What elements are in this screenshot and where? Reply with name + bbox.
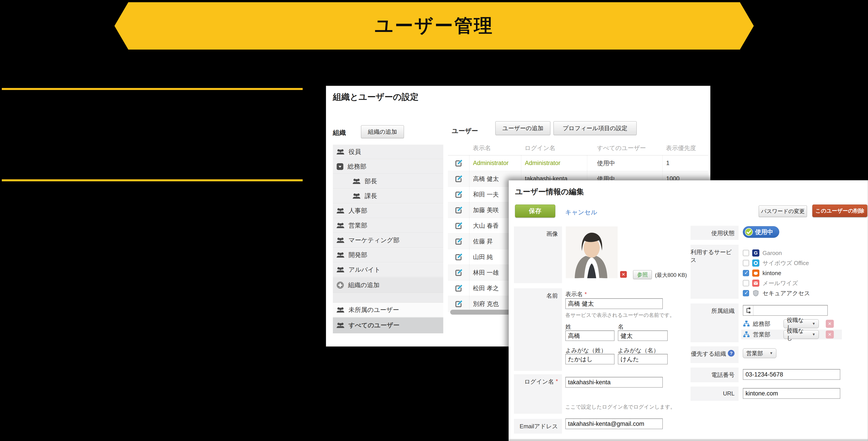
photo-max-size-note: (最大800 KB) <box>655 272 687 279</box>
save-button[interactable]: 保存 <box>515 205 555 217</box>
col-all-users: すべてのユーザー <box>587 141 662 155</box>
add-user-button[interactable]: ユーザーの追加 <box>495 121 550 135</box>
kana-first-input[interactable] <box>618 354 668 364</box>
kintone-icon <box>752 270 760 277</box>
org-item-bucho[interactable]: 部長 <box>333 174 443 189</box>
edit-user-icon[interactable] <box>455 268 463 277</box>
col-display-name: 表示名 <box>469 141 521 155</box>
email-input[interactable] <box>565 418 663 429</box>
org-item-label: アルバイト <box>348 266 380 274</box>
help-icon[interactable]: ? <box>728 350 735 357</box>
phone-input[interactable] <box>743 369 840 380</box>
org-item-soumu[interactable]: 総務部 <box>333 159 443 174</box>
org-item-kaihatsu[interactable]: 開発部 <box>333 248 443 262</box>
edit-user-icon[interactable] <box>455 222 463 230</box>
display-name-input[interactable] <box>565 298 663 309</box>
profile-photo <box>566 227 618 278</box>
last-name-input[interactable] <box>565 331 615 341</box>
people-icon <box>336 208 344 214</box>
org-item-label: 人事部 <box>348 207 367 215</box>
people-icon <box>336 267 344 273</box>
collapse-toggle-icon[interactable] <box>336 163 344 170</box>
org-item-marketing[interactable]: マーケティング部 <box>333 233 443 248</box>
services-field-label: 利用するサービス <box>690 245 739 299</box>
add-org-list-item[interactable]: 組織の追加 <box>333 277 443 293</box>
edit-user-icon[interactable] <box>455 284 463 293</box>
first-name-label: 名 <box>618 323 624 331</box>
status-badge: 使用中 <box>743 226 779 238</box>
org-item-label: 未所属のユーザー <box>348 306 399 314</box>
garoon-checkbox[interactable] <box>743 250 749 256</box>
secure-access-checkbox[interactable] <box>743 290 749 296</box>
role-dropdown[interactable]: 役職なし <box>783 330 819 339</box>
org-item-label: すべてのユーザー <box>348 321 400 330</box>
user-display-name[interactable]: Administrator <box>469 156 521 171</box>
remove-org-button[interactable] <box>826 331 834 339</box>
people-icon <box>336 223 344 229</box>
user-table-header: 表示名 ログイン名 すべてのユーザー 表示優先度 <box>448 141 708 156</box>
org-section-label: 組織 <box>333 128 346 137</box>
org-item-label: 組織の追加 <box>348 281 379 290</box>
delete-user-button[interactable]: このユーザーの削除 <box>812 205 867 217</box>
priority-org-field-label: 優先する組織? <box>690 346 739 363</box>
last-name-label: 姓 <box>565 323 571 331</box>
profile-items-settings-button[interactable]: プロフィール項目の設定 <box>554 121 637 135</box>
service-row-mailwise: メールワイズ <box>743 279 798 287</box>
org-item-label: 課長 <box>365 192 377 200</box>
people-icon <box>336 237 344 243</box>
office-checkbox[interactable] <box>743 260 749 266</box>
change-password-button[interactable]: パスワードの変更 <box>759 205 807 217</box>
user-login-name: Administrator <box>521 156 587 171</box>
org-item-eigyo[interactable]: 営業部 <box>333 218 443 233</box>
org-item-label: 役員 <box>348 147 361 156</box>
edit-user-icon[interactable] <box>455 300 463 308</box>
edit-user-icon[interactable] <box>455 206 463 214</box>
org-membership-field-label: 所属組織 <box>690 303 739 342</box>
user-edit-dialog: ユーザー情報の編集 保存 キャンセル パスワードの変更 このユーザーの削除 画像… <box>508 180 868 441</box>
col-priority: 表示優先度 <box>662 141 708 155</box>
first-name-input[interactable] <box>618 331 668 341</box>
edit-user-icon[interactable] <box>455 253 463 261</box>
divider-line-bottom <box>2 179 303 181</box>
login-name-help: ここで設定したログイン名でログインします。 <box>565 404 675 410</box>
secure-access-shield-icon <box>752 290 760 297</box>
remove-org-button[interactable] <box>826 320 834 328</box>
phone-field-label: 電話番号 <box>690 368 739 382</box>
status-field-label: 使用状態 <box>690 226 739 240</box>
priority-org-dropdown[interactable]: 営業部 <box>743 348 776 358</box>
service-row-garoon: G Garoon <box>743 248 782 258</box>
add-org-button[interactable]: 組織の追加 <box>361 125 404 138</box>
org-chart-icon <box>743 331 750 338</box>
login-field-label: ログイン名 <box>514 374 562 414</box>
org-item-arbeit[interactable]: アルバイト <box>333 262 443 277</box>
dialog-bottom-strip <box>509 439 868 441</box>
browse-photo-button[interactable]: 参照 <box>633 270 652 279</box>
org-item-jinji[interactable]: 人事部 <box>333 203 443 218</box>
org-item-all-users[interactable]: すべてのユーザー <box>333 317 443 333</box>
edit-user-icon[interactable] <box>455 237 463 246</box>
org-picker-input[interactable] <box>743 305 828 316</box>
org-tree-picker-icon[interactable] <box>743 305 753 315</box>
edit-user-icon[interactable] <box>455 175 463 183</box>
org-item-label: 営業部 <box>348 221 367 230</box>
table-row: Administrator Administrator 使用中 1 <box>448 156 708 171</box>
edit-user-icon[interactable] <box>455 190 463 199</box>
edit-user-icon[interactable] <box>455 159 463 167</box>
org-item-label: 開発部 <box>348 251 367 259</box>
org-item-kacho[interactable]: 課長 <box>333 189 443 203</box>
role-dropdown[interactable]: 役職なし <box>783 319 819 328</box>
remove-photo-button[interactable] <box>620 271 627 278</box>
cancel-link[interactable]: キャンセル <box>565 208 597 216</box>
url-input[interactable] <box>743 388 840 399</box>
org-item-yakuin[interactable]: 役員 <box>333 144 443 159</box>
org-item-unassigned-users[interactable]: 未所属のユーザー <box>333 303 443 317</box>
kintone-checkbox[interactable] <box>743 270 749 276</box>
settings-heading: 組織とユーザーの設定 <box>333 91 419 103</box>
mailwise-checkbox[interactable] <box>743 280 749 286</box>
org-list-spacer <box>333 293 443 303</box>
kana-last-input[interactable] <box>565 354 615 364</box>
org-membership-row: 営業部 役職なし <box>741 330 842 339</box>
people-icon <box>336 322 344 329</box>
login-name-input[interactable] <box>565 377 663 387</box>
check-circle-icon <box>745 228 753 236</box>
